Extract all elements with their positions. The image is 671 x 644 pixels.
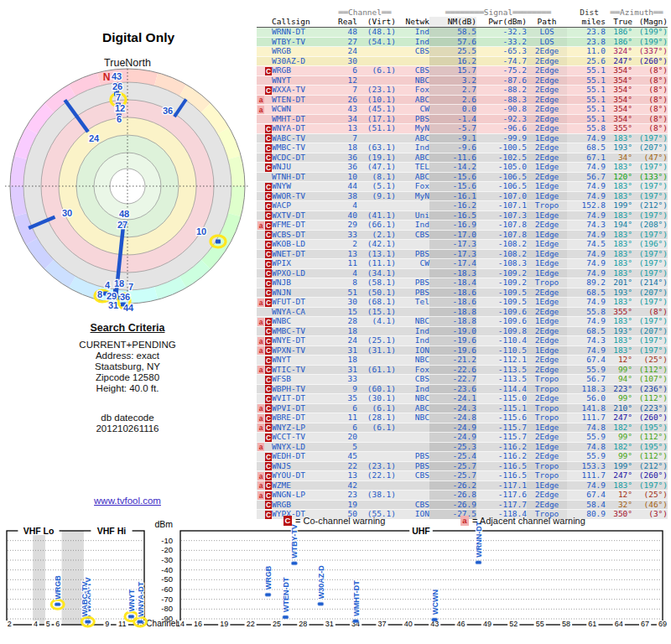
callsign-label: WTEN-DT xyxy=(282,577,290,612)
cell-miles: 74.8 xyxy=(567,423,606,433)
cell-netwk: Ind xyxy=(396,384,429,394)
cell-warnings: C xyxy=(257,259,272,269)
cell-path: Tropo xyxy=(527,384,567,394)
cell-nm-db: -25.3 xyxy=(429,442,476,452)
cell-path: 2Edge xyxy=(527,491,567,501)
channel-tick-label: 19 xyxy=(220,620,228,628)
cell-real: 8 xyxy=(334,278,357,288)
cell-miles: 55.1 xyxy=(567,75,606,86)
cell-pwr-dbm: -115.0 xyxy=(476,394,527,404)
cell-real: 30 xyxy=(334,298,357,308)
cell-netwk: Ind xyxy=(396,336,429,346)
cell-real: 18 xyxy=(334,356,357,366)
cell-netwk: CBS xyxy=(396,500,429,510)
cell-netwk: Fox xyxy=(396,182,429,192)
cell-real: 24 xyxy=(334,47,357,57)
cell-miles: 68.5 xyxy=(567,288,606,298)
cell-miles: 74.9 xyxy=(567,259,606,269)
cell-true-azimuth: 183° xyxy=(606,191,632,201)
cell-pwr-dbm: -32.3 xyxy=(476,28,527,38)
cell-miles: 141.8 xyxy=(567,403,606,413)
cell-nm-db: -15.6 xyxy=(429,172,476,182)
table-row: CWACP4-16.2-107.1Tropo152.8199°(212°) xyxy=(257,201,668,211)
cell-real: 33 xyxy=(334,375,357,385)
co-channel-warning-badge: C xyxy=(265,299,272,307)
table-row: aWNYX-LD5-25.3-116.21Edge74.8182°(195°) xyxy=(257,442,668,452)
channel-tick-label: 67 xyxy=(641,620,649,628)
channel-tick-label: 11 xyxy=(118,620,126,628)
tvfool-link[interactable]: www.tvfool.com xyxy=(94,496,161,506)
cell-real: 18 xyxy=(334,326,357,336)
co-channel-warning-badge: C xyxy=(265,153,272,162)
cell-pwr-dbm: -117.1 xyxy=(476,480,527,491)
table-row: CWRGB19CBS-26.9-117.72Edge58.432°(46°) xyxy=(257,500,668,510)
cell-magn-azimuth: (214°) xyxy=(632,278,668,288)
cell-netwk xyxy=(396,268,429,278)
tvfool-report-page: Digital Only 432671263624304827104187829… xyxy=(0,0,671,644)
cell-callsign: WMHT-DT xyxy=(272,114,334,124)
cell-nm-db: -24.9 xyxy=(429,423,476,433)
channel-label: 36 xyxy=(163,106,173,116)
cell-real: 26 xyxy=(334,95,357,105)
cell-true-azimuth: 12° xyxy=(606,491,632,501)
dbm-tick-label: -70 xyxy=(161,595,173,604)
cell-miles: 74.9 xyxy=(567,191,606,201)
table-row: CWMBC-TV18(63.1)Ind-9.6-100.52Edge68.519… xyxy=(257,143,668,153)
channel-label: 26 xyxy=(112,81,122,91)
cell-path: 1Edge xyxy=(527,442,567,452)
cell-real: 7 xyxy=(334,133,357,143)
cell-pwr-dbm: -108.2 xyxy=(476,240,527,250)
cell-virt xyxy=(357,375,396,385)
table-row: aWTEN-DT26(10.1)ABC2.6-88.32Edge55.1354°… xyxy=(257,95,668,105)
cell-callsign: WTIC-TV xyxy=(272,365,334,375)
cell-callsign: WPIX xyxy=(272,259,334,269)
cell-magn-azimuth: (112°) xyxy=(632,394,668,404)
cell-magn-azimuth: (199°) xyxy=(632,28,668,38)
cell-real: 43 xyxy=(334,105,357,115)
cell-path: LOS xyxy=(527,28,567,38)
cell-netwk: CW xyxy=(396,105,429,115)
cell-warnings: C xyxy=(257,433,272,443)
cell-miles: 74.9 xyxy=(567,163,606,173)
legend-adjacent-channel-text: = Adjacent channel warning xyxy=(472,516,585,526)
cell-warnings xyxy=(257,56,272,66)
table-row: CWRGB6(6.1)CBS15.7-75.22Edge55.1354°(8°) xyxy=(257,66,668,76)
cell-netwk: CBS xyxy=(396,375,429,385)
cell-nm-db: -21.2 xyxy=(429,356,476,366)
cell-virt: (61.1) xyxy=(357,365,396,375)
cell-virt xyxy=(357,442,396,452)
cell-netwk: MyN xyxy=(396,124,429,134)
cell-true-azimuth: 194° xyxy=(606,221,632,231)
cell-nm-db: -9.1 xyxy=(429,133,476,143)
dbm-tick-label: -30 xyxy=(161,555,173,564)
table-row: CWABC-TV7ABC-9.1-99.91Edge74.9183°(197°) xyxy=(257,133,668,143)
cell-miles: 25.6 xyxy=(567,56,606,66)
cell-path: 1Edge xyxy=(527,182,567,192)
cell-miles: 55.8 xyxy=(567,124,606,134)
cell-pwr-dbm: -115.1 xyxy=(476,403,527,413)
cell-nm-db: -17.3 xyxy=(429,240,476,250)
cell-pwr-dbm: -115.6 xyxy=(476,413,527,423)
cell-true-azimuth: 186° xyxy=(606,37,632,47)
cell-virt xyxy=(357,500,396,510)
cell-miles: 55.1 xyxy=(567,86,606,96)
adjacent-warning-badge: a xyxy=(257,346,264,355)
cell-miles: 74.3 xyxy=(567,221,606,231)
cell-callsign: WNYA-CA xyxy=(272,307,334,317)
table-row: CWXTV-DT40(41.1)Uni-16.5-107.31Edge74.91… xyxy=(257,210,668,221)
cell-warnings xyxy=(257,28,272,38)
cell-nm-db: -16.5 xyxy=(429,210,476,221)
cell-path: 1Edge xyxy=(527,317,567,327)
cell-callsign: W30AZ-D xyxy=(272,56,334,66)
cell-miles: 74.9 xyxy=(567,480,606,491)
cell-callsign: WNJS xyxy=(272,461,334,471)
cell-nm-db: 3.2 xyxy=(429,75,476,86)
col-header-magn: (Magn) xyxy=(632,17,668,28)
cell-path: 2Edge xyxy=(527,433,567,443)
cell-path: Tropo xyxy=(527,413,567,423)
cell-netwk xyxy=(396,480,429,491)
cell-warnings: C xyxy=(257,66,272,76)
true-north-label: TrueNorth xyxy=(104,57,151,69)
cell-netwk: CBS xyxy=(396,47,429,57)
adjacent-warning-badge: a xyxy=(257,221,264,230)
